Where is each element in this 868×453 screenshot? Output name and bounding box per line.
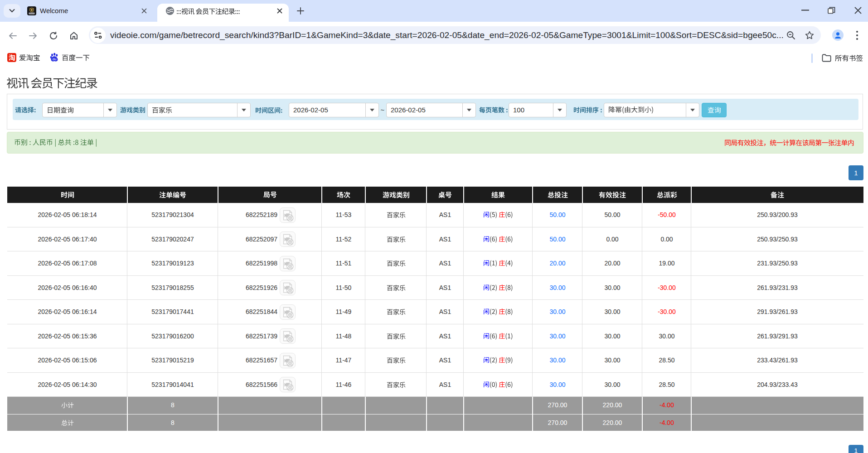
svg-text:du: du bbox=[53, 57, 56, 61]
